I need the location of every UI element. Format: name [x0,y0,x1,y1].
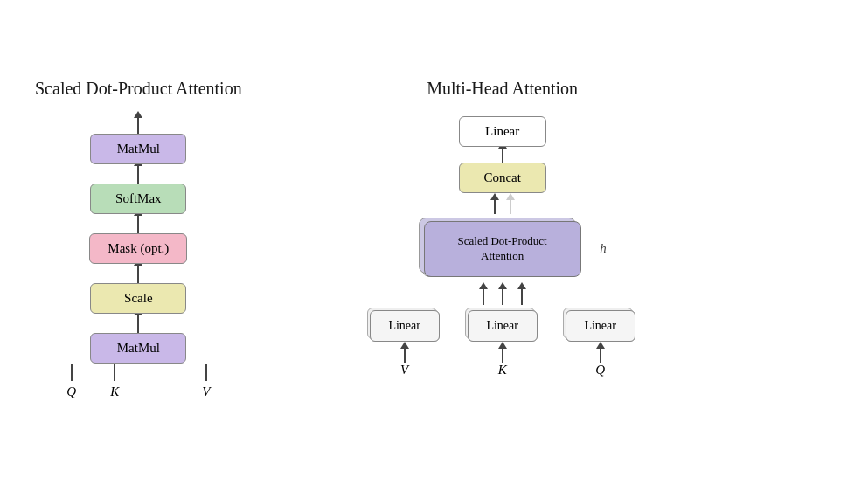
linear-q-stack: Linear [560,305,641,347]
arrow-linear-top [502,147,503,163]
right-input-k: K [462,363,543,378]
arrow-softmax [137,164,139,184]
diagram-container: Scaled Dot-Product Attention MatMul Soft… [0,61,868,418]
left-section: Scaled Dot-Product Attention MatMul Soft… [35,79,242,400]
left-title: Scaled Dot-Product Attention [35,79,242,99]
linear-top-box: Linear [459,116,546,147]
linear-q-front: Linear [566,310,635,342]
linear-v-front: Linear [370,310,440,342]
linear-v-stack: Linear [365,305,445,347]
arrow-to-matmul-top [137,116,139,134]
left-input-q: Q [66,384,76,399]
right-input-q: Q [560,363,641,378]
right-input-v: V [365,363,445,378]
linear-stacks-row: Linear Linear Linear [365,305,641,347]
arrow-scale [137,264,139,283]
right-input-labels: V K Q [365,363,641,378]
matmul-bot-box: MatMul [90,333,186,364]
right-title: Multi-Head Attention [427,79,578,99]
left-diagram: MatMul SoftMax Mask (opt.) Scale MatMul … [59,116,217,400]
right-layout: Linear Concat [365,116,641,378]
concat-box: Concat [459,163,546,193]
left-input-v: V [202,384,210,399]
softmax-box: SoftMax [90,184,186,214]
attention-front-box: Scaled Dot-Product Attention h [424,221,581,277]
right-section: Multi-Head Attention Linear Concat [365,79,641,378]
left-input-k: K [110,384,119,399]
mask-box: Mask (opt.) [89,233,187,264]
linear-k-stack: Linear [462,305,543,347]
bottom-arrows [365,347,641,363]
double-arrows [494,193,511,214]
stacked-attention: Scaled Dot-Product Attention h [415,214,590,284]
arrows-to-attention [483,284,523,305]
arrow-mask [137,214,139,233]
h-label: h [600,240,607,258]
matmul-top-box: MatMul [90,134,186,164]
scale-box: Scale [90,283,186,314]
arrow-matmul-bot [137,314,139,333]
linear-k-front: Linear [468,310,538,342]
